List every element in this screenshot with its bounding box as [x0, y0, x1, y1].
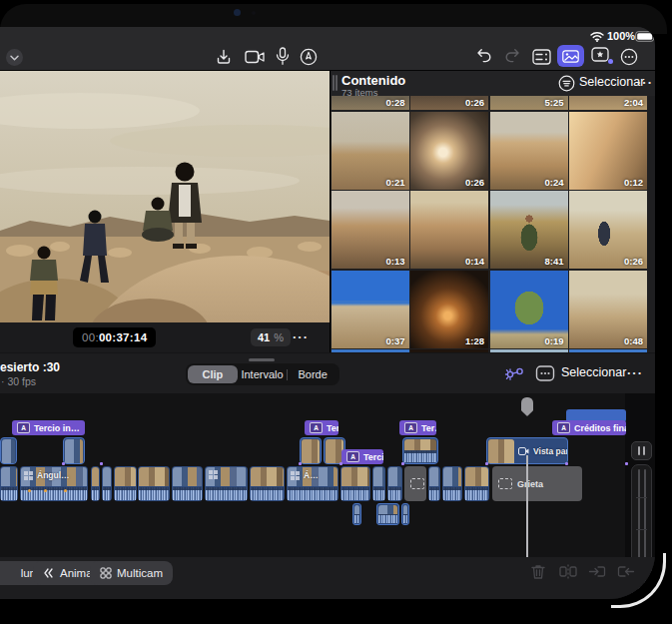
connected-clip[interactable]	[63, 437, 85, 464]
storyline-clip[interactable]	[442, 466, 462, 501]
zoom-level[interactable]: 41 %	[251, 328, 291, 346]
title-clip[interactable]: A Tercio in…	[12, 420, 85, 435]
segment-clip[interactable]: Clip	[188, 365, 238, 383]
camera-small-icon	[518, 447, 529, 455]
connected-clip[interactable]	[402, 437, 438, 464]
notification-dot	[608, 59, 613, 64]
media-thumbnail[interactable]: 1:28	[410, 271, 488, 348]
browser-more-icon[interactable]: ···	[637, 75, 653, 90]
video-frame[interactable]	[0, 71, 330, 322]
storyline-clip[interactable]	[91, 466, 100, 501]
media-thumbnail[interactable]	[410, 349, 488, 352]
connected-audio-clip[interactable]	[376, 503, 399, 525]
mic-icon[interactable]	[276, 47, 290, 66]
media-thumbnail[interactable]: 2:04	[569, 96, 647, 110]
viewer-more-icon[interactable]: ···	[293, 329, 309, 344]
connection-dot	[401, 462, 404, 465]
title-clip[interactable]: A Créditos finales	[552, 420, 626, 435]
keyframe-marker	[64, 489, 67, 492]
media-thumbnail[interactable]: 0:13	[332, 191, 409, 269]
media-tab-button[interactable]	[557, 45, 584, 67]
front-camera	[234, 9, 241, 16]
media-thumbnail[interactable]: 0:26	[410, 112, 488, 190]
storyline-clip[interactable]	[102, 466, 112, 501]
split-clip-icon[interactable]	[559, 563, 577, 580]
media-thumbnail[interactable]: 0:12	[569, 112, 647, 190]
media-thumbnail[interactable]: 0:14	[410, 191, 488, 269]
segment-interval[interactable]: Intervalo	[238, 365, 288, 383]
clip-duration: 0:26	[465, 97, 484, 108]
media-thumbnail[interactable]: 5:25	[490, 96, 568, 110]
clip-star-button[interactable]	[591, 46, 613, 65]
storyline-clip[interactable]	[340, 466, 370, 501]
connection-dot	[339, 462, 342, 465]
media-thumbnail[interactable]: 0:26	[569, 191, 647, 269]
connected-clip[interactable]	[300, 437, 322, 464]
clip-duration: 0:26	[624, 256, 643, 267]
connection-dot	[299, 462, 302, 465]
connected-clip[interactable]	[0, 437, 17, 464]
storyline-clip[interactable]	[114, 466, 137, 501]
media-thumbnail[interactable]	[332, 349, 409, 352]
import-icon[interactable]	[215, 48, 233, 66]
panel-grip[interactable]	[336, 75, 337, 91]
storyline-clip[interactable]	[0, 466, 18, 501]
viewer-bottom-bar: 00:00:37:14 41 % ···	[0, 322, 330, 352]
storyline-clip[interactable]	[464, 466, 489, 501]
connected-audio-clip[interactable]	[352, 503, 361, 525]
media-thumbnail[interactable]: 0:28	[332, 96, 409, 110]
storyline-clip[interactable]: Ángul…	[20, 466, 88, 501]
title-clip[interactable]: A Ter…	[305, 420, 338, 435]
storyline-clip[interactable]	[138, 466, 170, 501]
storyline-clip[interactable]	[250, 466, 285, 501]
project-title: esierto :30	[0, 360, 60, 374]
clip-duration: 0:19	[544, 335, 563, 346]
storyline-clip[interactable]	[172, 466, 203, 501]
more-circle-icon[interactable]	[620, 48, 638, 66]
media-thumbnail[interactable]: 0:37	[332, 271, 409, 348]
redo-icon[interactable]	[504, 48, 521, 65]
browser-list-icon[interactable]	[532, 49, 551, 65]
storyline-clip-placeholder[interactable]: G…	[404, 466, 426, 501]
connect-icon[interactable]	[504, 364, 525, 382]
track-height-control[interactable]	[631, 441, 652, 460]
storyline-clip[interactable]	[372, 466, 385, 501]
title-clip[interactable]: A Tercio…	[341, 449, 383, 464]
storyline-clip[interactable]: Á…	[287, 466, 338, 501]
undo-icon[interactable]	[475, 48, 492, 65]
clip-duration: 0:26	[465, 177, 484, 188]
storyline-clip-placeholder[interactable]: Grieta	[492, 466, 582, 501]
storyline-clip[interactable]	[205, 466, 248, 501]
multicam-button[interactable]: Multicam	[90, 561, 173, 585]
media-thumbnail[interactable]: 0:19	[490, 271, 568, 348]
trash-icon[interactable]	[530, 563, 546, 580]
segment-edge[interactable]: Borde	[288, 365, 337, 383]
timeline-select-button[interactable]: Seleccionar	[561, 365, 626, 379]
media-thumbnail[interactable]: 0:26	[410, 96, 488, 110]
media-thumbnail[interactable]: 8:41	[490, 191, 568, 269]
draw-icon[interactable]	[300, 48, 318, 66]
media-thumbnail[interactable]: 0:24	[490, 112, 568, 190]
timeline-tracks: A Tercio in… A Ter… A Ter… A Créditos fi…	[0, 393, 655, 557]
timecode-display[interactable]: 00:00:37:14	[73, 327, 156, 347]
video-camera-icon[interactable]	[245, 49, 266, 65]
title-clip[interactable]: A Ter…	[399, 420, 436, 435]
media-thumbnail[interactable]: 0:48	[569, 271, 647, 348]
storyline-clip[interactable]	[387, 466, 402, 501]
keyframe-marker	[28, 489, 31, 492]
media-thumbnail[interactable]	[569, 349, 647, 352]
insert-clip-icon[interactable]	[588, 563, 606, 580]
connected-audio-clip[interactable]	[401, 503, 409, 525]
storyline-clip[interactable]	[428, 466, 440, 501]
panel-drag-handle[interactable]	[249, 358, 275, 361]
filter-icon[interactable]	[558, 75, 575, 92]
placeholder-icon	[410, 478, 424, 489]
panel-grip[interactable]	[333, 75, 335, 91]
timeline-more-icon[interactable]: ···	[627, 365, 643, 380]
collapse-button[interactable]	[6, 49, 23, 66]
overview-icon[interactable]	[535, 364, 555, 382]
content-browser: Contenido 73 ítems Seleccionar ··· 0:28 …	[331, 71, 655, 352]
media-thumbnail[interactable]: 0:21	[332, 112, 409, 190]
media-thumbnail[interactable]	[490, 349, 568, 352]
browser-select-button[interactable]: Seleccionar	[579, 75, 644, 89]
